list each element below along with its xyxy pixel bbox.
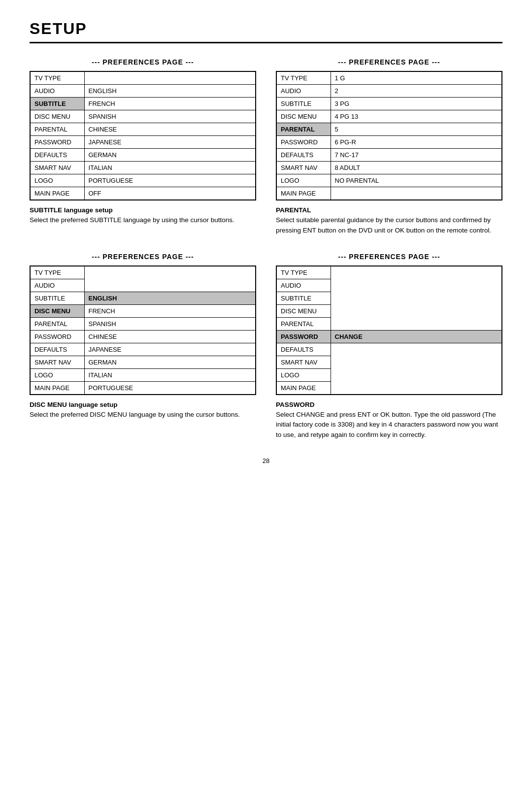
table-row: MAIN PAGEOFF bbox=[30, 187, 256, 200]
left-cell: SMART NAV bbox=[276, 162, 331, 174]
right-cell: CHANGE bbox=[331, 330, 502, 343]
table-row: AUDIO bbox=[276, 279, 502, 292]
left-cell: MAIN PAGE bbox=[276, 381, 331, 395]
left-cell: TV TYPE bbox=[276, 71, 331, 85]
left-cell: AUDIO bbox=[30, 85, 84, 98]
table-row: TV TYPE bbox=[30, 71, 256, 85]
desc-1-left: SUBTITLE language setup Select the prefe… bbox=[30, 205, 256, 226]
table-row: SUBTITLEENGLISH bbox=[30, 292, 256, 304]
table-row: AUDIO2 bbox=[276, 85, 502, 98]
section-1: --- PREFERENCES PAGE --- TV TYPEAUDIOENG… bbox=[30, 58, 502, 235]
right-cell: FRENCH bbox=[84, 98, 256, 110]
table-row: PASSWORD6 PG-R bbox=[276, 136, 502, 149]
right-cell: OFF bbox=[84, 187, 256, 200]
left-cell: DEFAULTS bbox=[30, 343, 84, 356]
section-1-left: --- PREFERENCES PAGE --- TV TYPEAUDIOENG… bbox=[30, 58, 256, 235]
left-cell: DISC MENU bbox=[30, 110, 84, 123]
left-cell: DEFAULTS bbox=[276, 149, 331, 162]
left-cell: SUBTITLE bbox=[276, 98, 331, 110]
desc-title-1-right: PARENTAL bbox=[276, 206, 311, 214]
table-row: LOGOITALIAN bbox=[30, 368, 256, 381]
table-row: PARENTALSPANISH bbox=[30, 317, 256, 330]
desc-body-1-left: Select the preferred SUBTITLE language b… bbox=[30, 216, 234, 224]
table-row: SUBTITLEFRENCH bbox=[30, 98, 256, 110]
left-cell: TV TYPE bbox=[30, 71, 84, 85]
table-row: DEFAULTS bbox=[276, 343, 502, 356]
table-row: MAIN PAGE bbox=[276, 381, 502, 395]
left-cell: PARENTAL bbox=[30, 317, 84, 330]
table-row: PARENTAL5 bbox=[276, 123, 502, 136]
left-cell: LOGO bbox=[276, 174, 331, 187]
pref-table-1-left: TV TYPEAUDIOENGLISHSUBTITLEFRENCHDISC ME… bbox=[30, 71, 256, 200]
desc-title-2-right: PASSWORD bbox=[276, 401, 315, 408]
right-cell: ENGLISH bbox=[84, 85, 256, 98]
right-cell: 3 PG bbox=[331, 98, 502, 110]
left-cell: SUBTITLE bbox=[30, 292, 84, 304]
left-cell: AUDIO bbox=[30, 279, 84, 292]
table-row: PARENTALCHINESE bbox=[30, 123, 256, 136]
right-cell: SPANISH bbox=[84, 110, 256, 123]
right-cell: PORTUGUESE bbox=[84, 174, 256, 187]
left-cell: PASSWORD bbox=[30, 136, 84, 149]
table-row: DEFAULTSGERMAN bbox=[30, 149, 256, 162]
right-cell: JAPANESE bbox=[84, 343, 256, 356]
right-cell: 5 bbox=[331, 123, 502, 136]
left-cell: TV TYPE bbox=[30, 266, 84, 279]
desc-2-left: DISC MENU language setup Select the pref… bbox=[30, 400, 256, 420]
left-cell: DISC MENU bbox=[276, 304, 331, 317]
left-cell: PASSWORD bbox=[30, 330, 84, 343]
desc-title-1-left: SUBTITLE language setup bbox=[30, 206, 113, 214]
right-cell: 8 ADULT bbox=[331, 162, 502, 174]
table-row: SMART NAVITALIAN bbox=[30, 162, 256, 174]
left-cell: AUDIO bbox=[276, 279, 331, 292]
right-cell: PORTUGUESE bbox=[84, 381, 256, 395]
right-cell: 7 NC-17 bbox=[331, 149, 502, 162]
pref-table-2-right: TV TYPEAUDIOSUBTITLEDISC MENUPARENTALPAS… bbox=[276, 266, 502, 395]
right-cell: 2 bbox=[331, 85, 502, 98]
left-cell: SMART NAV bbox=[276, 356, 331, 368]
desc-body-2-right: Select CHANGE and press ENT or OK button… bbox=[276, 411, 498, 438]
right-cell: 6 PG-R bbox=[331, 136, 502, 149]
table-row: PARENTAL bbox=[276, 317, 502, 330]
table-row: SMART NAV8 ADULT bbox=[276, 162, 502, 174]
table-row: DEFAULTS7 NC-17 bbox=[276, 149, 502, 162]
table-row: PASSWORDCHANGE bbox=[276, 330, 502, 343]
pref-table-1-right: TV TYPE1 GAUDIO2SUBTITLE3 PGDISC MENU4 P… bbox=[276, 71, 502, 200]
right-cell: NO PARENTAL bbox=[331, 174, 502, 187]
table-row: LOGONO PARENTAL bbox=[276, 174, 502, 187]
left-cell: DEFAULTS bbox=[276, 343, 331, 356]
section-2: --- PREFERENCES PAGE --- TV TYPEAUDIOSUB… bbox=[30, 253, 502, 440]
page-number: 28 bbox=[30, 457, 502, 465]
table-row: TV TYPE bbox=[30, 266, 256, 279]
table-row: DISC MENUFRENCH bbox=[30, 304, 256, 317]
pref-table-2-left: TV TYPEAUDIOSUBTITLEENGLISHDISC MENUFREN… bbox=[30, 266, 256, 395]
table-row: AUDIO bbox=[30, 279, 256, 292]
table-row: SUBTITLE bbox=[276, 292, 502, 304]
desc-2-right: PASSWORD Select CHANGE and press ENT or … bbox=[276, 400, 502, 440]
table-row: SMART NAVGERMAN bbox=[30, 356, 256, 368]
table-row: AUDIOENGLISH bbox=[30, 85, 256, 98]
left-cell: MAIN PAGE bbox=[30, 187, 84, 200]
left-cell: SUBTITLE bbox=[30, 98, 84, 110]
table-row: LOGO bbox=[276, 368, 502, 381]
right-cell: SPANISH bbox=[84, 317, 256, 330]
left-cell: SUBTITLE bbox=[276, 292, 331, 304]
left-cell: PARENTAL bbox=[30, 123, 84, 136]
table-row: TV TYPE1 G bbox=[276, 71, 502, 85]
right-cell: ENGLISH bbox=[84, 292, 256, 304]
page-title: SETUP bbox=[30, 20, 502, 43]
section-1-right: --- PREFERENCES PAGE --- TV TYPE1 GAUDIO… bbox=[276, 58, 502, 235]
table-row: TV TYPE bbox=[276, 266, 502, 279]
desc-body-1-right: Select suitable parental guidance by the… bbox=[276, 216, 491, 233]
right-cell: FRENCH bbox=[84, 304, 256, 317]
left-cell: TV TYPE bbox=[276, 266, 331, 279]
right-cell: CHINESE bbox=[84, 330, 256, 343]
left-cell: AUDIO bbox=[276, 85, 331, 98]
left-cell: DISC MENU bbox=[276, 110, 331, 123]
left-cell: LOGO bbox=[30, 174, 84, 187]
desc-1-right: PARENTAL Select suitable parental guidan… bbox=[276, 205, 502, 235]
left-cell: MAIN PAGE bbox=[276, 187, 331, 200]
right-cell: GERMAN bbox=[84, 149, 256, 162]
right-cell: 1 G bbox=[331, 71, 502, 85]
left-cell: LOGO bbox=[276, 368, 331, 381]
